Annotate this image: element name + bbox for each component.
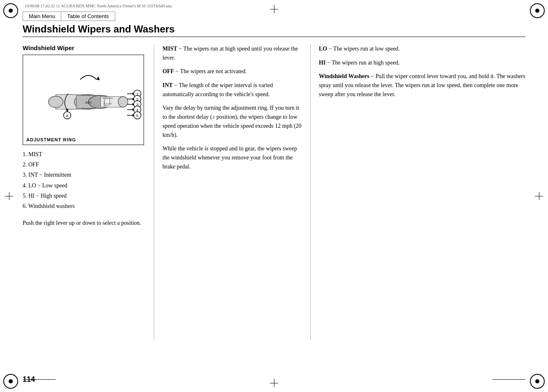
mid-para-off-dash: − [176,68,180,74]
list-item: 4. LO − Low speed [23,180,146,191]
table-of-contents-button[interactable]: Table of Contents [61,12,115,21]
mid-para-mist-text: The wipers run at high speed until you r… [163,46,298,61]
svg-text:ON REAR: ON REAR [105,103,112,105]
right-para-lo-dash: − [329,46,333,52]
corner-decoration-bl [3,374,18,389]
mid-para-off: OFF − The wipers are not activated. [163,67,302,76]
mid-para-mist-key: MIST [163,46,177,52]
svg-point-8 [118,97,128,107]
mid-column: MIST − The wipers run at high speed unti… [154,44,311,340]
right-para-washers-key: Windshield Washers [319,73,369,79]
crosshair-left [5,192,13,200]
page-number: 114 [23,375,35,384]
left-column: Windshield Wiper [23,44,154,340]
mid-para-stopped: While the vehicle is stopped and in gear… [163,144,302,171]
main-content: Main Menu Table of Contents Windshield W… [23,12,525,369]
wiper-diagram-svg: MIST PULL OFF INT HI ADJ ON REAR 1 [23,55,144,145]
diagram-label: ADJUSTMENT RING [26,137,76,142]
list-item: 6. Windshield washers [23,201,146,211]
wiper-diagram: MIST PULL OFF INT HI ADJ ON REAR 1 [23,55,144,145]
right-para-washers: Windshield Washers − Pull the wiper cont… [319,72,525,99]
mid-para-int: INT − The length of the wiper interval i… [163,81,302,99]
right-para-washers-dash: − [371,73,375,79]
list-item: 5. HI − High speed [23,191,146,201]
svg-text:5: 5 [136,113,139,118]
mid-para-off-key: OFF [163,68,174,74]
crosshair-right [535,192,543,200]
svg-text:6: 6 [66,113,69,118]
right-column: LO − The wipers run at low speed. HI − T… [311,44,525,340]
right-para-lo-text: The wipers run at low speed. [333,46,400,52]
nav-buttons: Main Menu Table of Contents [23,12,525,21]
mid-para-off-text: The wipers are not activated. [180,68,247,74]
title-divider [23,37,525,37]
svg-point-9 [49,96,63,108]
mid-para-int-text: The length of the wiper interval is vari… [163,82,273,97]
right-para-hi-text: The wipers run at high speed. [332,60,400,66]
main-menu-button[interactable]: Main Menu [23,12,61,21]
right-para-lo-key: LO [319,46,327,52]
mid-para-int-key: INT [163,82,173,88]
svg-text:ADJ: ADJ [85,101,92,104]
list-item: 3. INT − Intermittent [23,170,146,180]
columns-container: Windshield Wiper [23,44,525,340]
right-para-hi: HI − The wipers run at high speed. [319,58,525,67]
list-item: 1. MIST [23,149,146,159]
wiper-list: 1. MIST 2. OFF 3. INT − Intermittent 4. … [23,149,146,211]
corner-decoration-br [530,374,545,389]
page-title: Windshield Wipers and Washers [23,23,525,35]
section-title-wiper: Windshield Wiper [23,44,146,51]
mid-para-vary: Vary the delay by turning the adjustment… [163,104,302,139]
header-meta: 10/06/08 17:42:32 11 ACURA RDX MMC North… [0,0,548,12]
mid-para-mist: MIST − The wipers run at high speed unti… [163,44,302,62]
push-text: Push the right lever up or down to selec… [23,219,146,228]
list-item: 2. OFF [23,159,146,170]
right-para-lo: LO − The wipers run at low speed. [319,44,525,53]
right-para-hi-dash: − [327,60,332,66]
mid-para-int-dash: − [174,82,179,88]
bottom-rule-right [492,379,525,380]
crosshair-bottom [270,379,278,387]
right-para-hi-key: HI [319,60,325,66]
mid-para-mist-dash: − [179,46,183,52]
